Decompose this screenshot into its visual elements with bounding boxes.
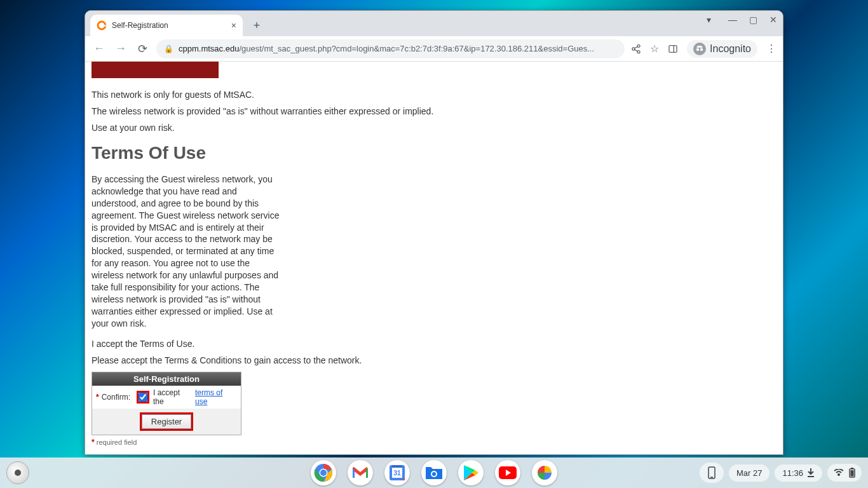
browser-tab[interactable]: Self-Registration × — [90, 15, 243, 36]
lock-icon: 🔒 — [164, 44, 173, 53]
calendar-icon[interactable]: 31 — [384, 460, 410, 485]
terms-body: By accessing the Guest wireless network,… — [92, 173, 282, 330]
svg-rect-30 — [851, 470, 854, 477]
incognito-label: Incognito — [710, 43, 751, 55]
favicon-icon — [97, 20, 107, 30]
tab-strip: Self-Registration × + ▾ — ▢ ✕ — [85, 11, 783, 36]
register-row: Register — [92, 409, 241, 435]
svg-point-10 — [700, 48, 703, 50]
forward-button[interactable]: → — [113, 41, 128, 57]
svg-point-27 — [838, 474, 839, 475]
menu-icon[interactable]: ⋮ — [766, 43, 776, 55]
phone-hub-icon[interactable] — [700, 463, 724, 483]
window-controls: ▾ — ▢ ✕ — [703, 15, 779, 25]
register-highlight: Register — [140, 412, 193, 431]
required-note-text: required field — [97, 438, 137, 446]
form-header: Self-Registration — [92, 372, 241, 386]
launcher-icon — [15, 470, 21, 476]
checkbox-highlight — [137, 391, 149, 403]
terms-heading: Terms Of Use — [92, 143, 776, 163]
incognito-icon — [693, 43, 706, 55]
toolbar-actions: ☆ Incognito ⋮ — [631, 40, 776, 58]
back-button[interactable]: ← — [92, 41, 107, 57]
battery-icon — [849, 468, 855, 478]
url-text: cppm.mtsac.edu/guest/mt_sac_guest.php?cm… — [179, 44, 617, 53]
tab-close-icon[interactable]: × — [231, 20, 236, 30]
url-host: cppm.mtsac.edu — [179, 44, 239, 53]
svg-point-9 — [696, 48, 699, 50]
required-note: * required field — [92, 438, 776, 447]
accept-line: I accept the Terms of Use. — [92, 339, 776, 349]
share-icon[interactable] — [631, 44, 641, 54]
side-panel-icon[interactable] — [668, 44, 678, 54]
accept-checkbox[interactable] — [139, 393, 147, 402]
required-star: * — [96, 393, 99, 402]
svg-point-14 — [320, 470, 327, 476]
browser-window: Self-Registration × + ▾ — ▢ ✕ ← → ⟳ 🔒 cp… — [85, 10, 783, 455]
files-icon[interactable] — [421, 460, 447, 485]
svg-rect-29 — [851, 468, 853, 469]
prompt-line: Please accept the Terms & Conditions to … — [92, 355, 776, 365]
svg-line-6 — [635, 50, 638, 51]
svg-rect-7 — [669, 45, 677, 52]
intro-text-2: The wireless network is provided "as is"… — [92, 106, 776, 116]
accept-text-prefix: I accept the — [153, 388, 193, 406]
tab-title: Self-Registration — [112, 21, 226, 30]
address-bar[interactable]: 🔒 cppm.mtsac.edu/guest/mt_sac_guest.php?… — [156, 39, 625, 58]
photos-icon[interactable] — [532, 460, 557, 485]
header-banner — [92, 62, 219, 78]
shelf-apps: 31 — [311, 460, 557, 485]
svg-point-3 — [632, 48, 635, 50]
tab-search-icon[interactable]: ▾ — [703, 15, 714, 25]
shelf-time: 11:36 — [782, 468, 803, 478]
quick-settings[interactable] — [827, 464, 862, 482]
svg-point-22 — [432, 472, 436, 476]
page-content: This network is only for guests of MtSAC… — [85, 62, 783, 454]
new-tab-button[interactable]: + — [248, 17, 266, 34]
play-store-icon[interactable] — [458, 460, 484, 485]
registration-form: Self-Registration * Confirm: I accept th… — [92, 372, 241, 435]
url-path: /guest/mt_sac_guest.php?cmd=login&mac=7c… — [239, 44, 594, 53]
bookmark-icon[interactable]: ☆ — [650, 43, 659, 55]
svg-text:31: 31 — [393, 470, 401, 477]
svg-line-5 — [635, 46, 638, 48]
incognito-badge[interactable]: Incognito — [687, 40, 757, 58]
intro-text-3: Use at your own risk. — [92, 123, 776, 133]
gmail-icon[interactable] — [348, 460, 373, 485]
shelf: 31 Mar 27 11:36 — [0, 458, 868, 488]
intro-text-1: This network is only for guests of MtSAC… — [92, 90, 776, 100]
terms-of-use-link[interactable]: terms of use — [195, 388, 237, 406]
youtube-icon[interactable] — [495, 460, 520, 485]
time-pill[interactable]: 11:36 — [775, 464, 822, 482]
date-pill[interactable]: Mar 27 — [729, 464, 770, 482]
maximize-button[interactable]: ▢ — [747, 15, 759, 25]
svg-point-4 — [637, 50, 640, 53]
close-window-button[interactable]: ✕ — [768, 15, 779, 25]
svg-rect-1 — [104, 25, 107, 27]
wifi-icon — [834, 469, 844, 477]
minimize-button[interactable]: — — [727, 15, 738, 25]
reload-button[interactable]: ⟳ — [135, 41, 150, 57]
svg-point-2 — [637, 44, 640, 47]
browser-toolbar: ← → ⟳ 🔒 cppm.mtsac.edu/guest/mt_sac_gues… — [85, 36, 783, 62]
chrome-icon[interactable] — [311, 460, 336, 485]
svg-rect-20 — [392, 465, 402, 468]
shelf-status: Mar 27 11:36 — [700, 463, 862, 483]
launcher-button[interactable] — [6, 461, 29, 484]
download-icon — [807, 468, 815, 477]
register-button[interactable]: Register — [142, 414, 191, 429]
confirm-row: * Confirm: I accept the terms of use — [92, 386, 241, 409]
confirm-label: Confirm: — [102, 393, 130, 402]
shelf-date: Mar 27 — [736, 468, 762, 478]
